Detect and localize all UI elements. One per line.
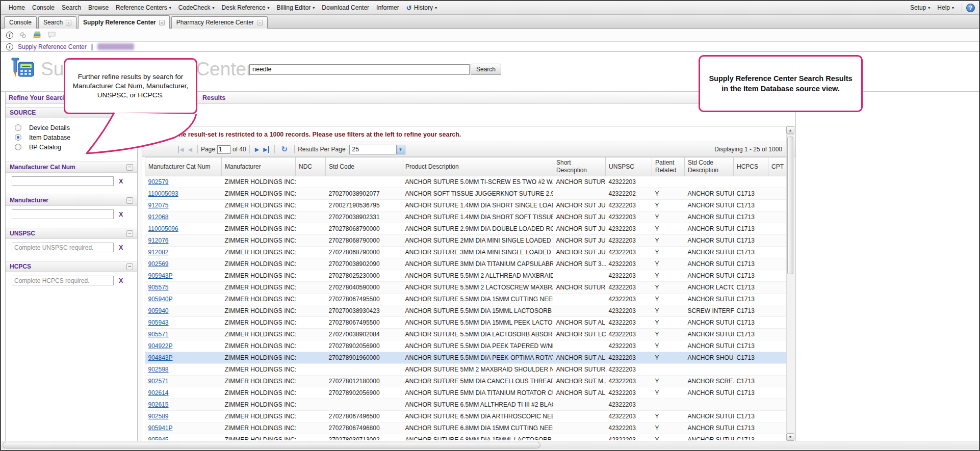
item-link[interactable]: 905940P [148,296,173,303]
horizontal-scrollbar[interactable] [1,441,979,449]
menu-item-codecheck[interactable]: CodeCheck▾ [175,4,218,11]
item-link[interactable]: 902615 [148,401,169,408]
column-header-manufacturer[interactable]: Manufacturer [222,157,296,176]
first-page-button[interactable]: ◀ [178,146,184,153]
collapse-button[interactable]: − [126,263,133,270]
item-link[interactable]: 110005096 [148,225,178,232]
item-link[interactable]: 912076 [148,237,169,244]
books-icon[interactable] [33,31,42,39]
table-row[interactable]: 905575ZIMMER HOLDINGS INC:ZI...270278040… [145,282,789,294]
scrollbar-track[interactable] [786,134,794,433]
comment-icon[interactable] [47,31,56,39]
collapse-button[interactable]: − [126,197,133,204]
refresh-icon[interactable]: ↻ [281,145,288,154]
link-icon[interactable] [19,31,27,39]
item-link[interactable]: 110005093 [148,190,178,197]
menu-item-download-center[interactable]: Download Center [318,4,373,11]
next-page-button[interactable]: ▶ [255,146,259,153]
clear-filter-button[interactable]: X [119,244,123,251]
search-input[interactable] [249,64,470,75]
menu-item-home[interactable]: Home [5,4,29,11]
menu-item-reference-centers[interactable]: Reference Centers▾ [112,4,175,11]
close-icon[interactable]: × [159,20,165,25]
table-row[interactable]: 902579ZIMMER HOLDINGS INC:ZI...ANCHOR SU… [145,176,789,188]
column-header-hcpcs[interactable]: HCPCS [734,157,768,176]
menu-item-help[interactable]: Help▾ [934,4,958,11]
column-header-patient_related[interactable]: Patient Related [652,157,685,176]
horizontal-scrollbar-thumb[interactable] [3,442,540,448]
tab-supply-reference-center[interactable]: Supply Reference Center× [78,15,170,29]
column-header-short_description[interactable]: Short Description [553,157,606,176]
menu-item-billing-editor[interactable]: Billing Editor▾ [273,4,319,11]
vertical-scrollbar[interactable]: ▲ ▼ [786,126,794,441]
tab-search[interactable]: Search× [38,16,76,29]
column-header-ndc[interactable]: NDC [296,157,326,176]
table-row[interactable]: 902589ZIMMER HOLDINGS INC:ZI...270278067… [145,411,789,422]
table-row[interactable]: 905943ZIMMER HOLDINGS INC:ZI...270278067… [145,317,789,329]
item-link[interactable]: 912068 [148,214,169,221]
table-row[interactable]: 912082ZIMMER HOLDINGS INC:ZI...270278068… [145,247,789,258]
menu-item-console[interactable]: Console [29,4,58,11]
last-page-button[interactable]: ▶ [263,146,269,153]
scrollbar-up-button[interactable]: ▲ [786,126,794,134]
item-link[interactable]: 905941P [148,425,173,432]
table-row[interactable]: 110005093ZIMMER HOLDINGS INC:ZI...270270… [145,188,789,200]
search-button[interactable]: Search [471,64,501,75]
item-link[interactable]: 905575 [148,284,169,291]
scrollbar-thumb[interactable] [787,137,793,274]
table-row[interactable]: 902614ZIMMER HOLDINGS INC:ZI...270278902… [145,387,789,399]
table-row[interactable]: 905940ZIMMER HOLDINGS INC:ZI...270270038… [145,305,789,317]
menu-item-setup[interactable]: Setup▾ [907,4,934,11]
results-per-page-select[interactable]: 25 ▼ [349,145,405,154]
table-row[interactable]: 905945ZIMMER HOLDINGS INC:ZI...270278030… [145,434,789,441]
item-link[interactable]: 904843P [148,354,173,361]
filter-input-hcpcs[interactable] [12,276,114,285]
tab-pharmacy-reference-center[interactable]: Pharmacy Reference Center× [171,16,268,29]
menu-item-desk-reference[interactable]: Desk Reference▾ [218,4,273,11]
item-link[interactable]: 912082 [148,249,169,256]
panel-splitter[interactable] [138,92,142,441]
item-link[interactable]: 902571 [148,378,169,385]
collapse-button[interactable]: − [126,230,133,237]
item-link[interactable]: 905940 [148,307,169,314]
table-row[interactable]: 904922PZIMMER HOLDINGS INC:ZI...27027890… [145,340,789,352]
item-link[interactable]: 904922P [148,342,173,350]
item-link[interactable]: 912075 [148,202,169,209]
table-row[interactable]: 904843PZIMMER HOLDINGS INC:ZI...27027890… [145,352,789,364]
close-icon[interactable]: × [66,20,71,25]
collapse-button[interactable]: − [126,164,133,171]
menu-item-history[interactable]: ↺History▾ [403,4,441,12]
column-header-std_code[interactable]: Std Code [326,157,402,176]
table-row[interactable]: 905571ZIMMER HOLDINGS INC:ZI...270270038… [145,329,789,340]
table-row[interactable]: 902615ZIMMER HOLDINGS INC:ZI...ANCHOR SU… [145,399,789,411]
table-row[interactable]: 912075ZIMMER HOLDINGS INC:ZI...270027190… [145,200,789,211]
page-number-input[interactable] [217,145,230,154]
column-header-unspsc[interactable]: UNSPSC [606,157,652,176]
menu-item-browse[interactable]: Browse [85,4,112,11]
info-icon[interactable]: i [6,32,13,39]
item-link[interactable]: 902598 [148,366,169,373]
menu-item-search[interactable]: Search [58,4,85,11]
clear-filter-button[interactable]: X [119,211,123,218]
radio-button-icon[interactable] [15,134,21,141]
table-row[interactable]: 902571ZIMMER HOLDINGS INC:ZI...270278012… [145,376,789,387]
chevron-down-icon[interactable]: ▼ [396,145,405,154]
item-link[interactable]: 902579 [148,178,169,185]
source-option-item-database[interactable]: Item Database[13944] [6,132,137,142]
table-row[interactable]: 905940PZIMMER HOLDINGS INC:ZI...27027806… [145,294,789,305]
column-header-product_description[interactable]: Product Description [402,157,553,176]
item-link[interactable]: 905943 [148,319,169,326]
item-link[interactable]: 905571 [148,331,169,338]
column-header-manufacturer_cat_num[interactable]: Manufacturer Cat Num [145,157,222,176]
item-link[interactable]: 905945 [148,436,169,440]
clear-filter-button[interactable]: X [119,277,123,284]
menu-item-informer[interactable]: Informer [373,4,403,11]
table-row[interactable]: 912076ZIMMER HOLDINGS INC:ZI...270278068… [145,235,789,247]
filter-input-unspsc[interactable] [12,243,114,252]
filter-input-manufacturer-cat-num[interactable] [12,176,114,186]
table-row[interactable]: 110005096ZIMMER HOLDINGS INC:ZI...270278… [145,223,789,235]
item-link[interactable]: 902569 [148,260,169,268]
radio-button-icon[interactable] [15,144,21,150]
radio-button-icon[interactable] [15,124,21,131]
table-row[interactable]: 905943PZIMMER HOLDINGS INC:ZI...27027802… [145,270,789,282]
